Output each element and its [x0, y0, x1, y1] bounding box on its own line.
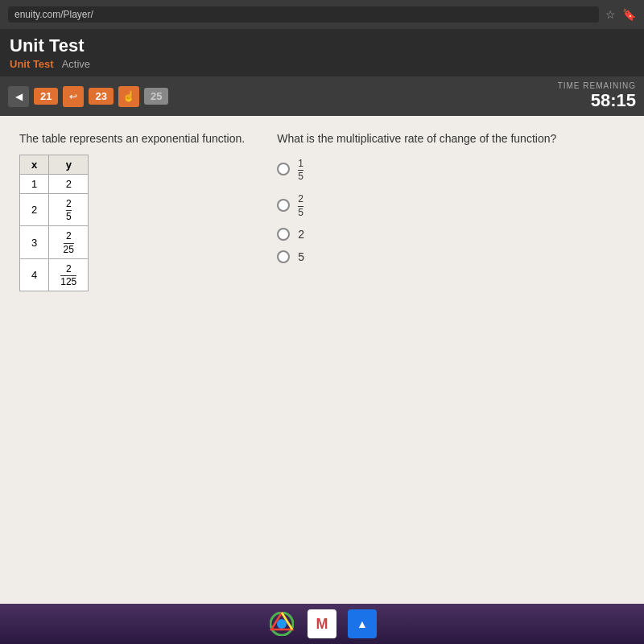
choice-d-label: 5 — [298, 250, 304, 263]
star-icon[interactable]: ☆ — [605, 8, 616, 21]
question-right: What is the multiplicative rate of chang… — [277, 132, 625, 291]
chrome-taskbar-icon[interactable] — [267, 609, 296, 638]
radio-d[interactable] — [277, 250, 290, 263]
cursor-icon: ☝ — [122, 90, 135, 102]
col-header-x: x — [20, 155, 49, 175]
drive-taskbar-icon[interactable]: ▲ — [348, 609, 377, 638]
browser-bar: enuity.com/Player/ ☆ 🔖 — [0, 0, 644, 29]
cell-x4: 4 — [20, 258, 49, 291]
app-container: Unit Test Unit Test Active ◀ 21 ↩ 23 ☝ 2… — [0, 29, 644, 644]
table-row: 2 2 5 — [20, 194, 89, 226]
prev-button[interactable]: ◀ — [8, 86, 29, 107]
extension-icon[interactable]: 🔖 — [622, 8, 636, 21]
data-table: x y 1 2 2 2 — [19, 155, 89, 291]
gmail-taskbar-icon[interactable]: M — [308, 609, 336, 638]
cursor-button[interactable]: ☝ — [118, 86, 139, 107]
radio-b[interactable] — [277, 199, 290, 212]
fraction-2-125: 2 125 — [60, 264, 76, 287]
status-badge: Active — [62, 58, 90, 70]
question-row: The table represents an exponential func… — [19, 132, 625, 291]
time-remaining: TIME REMAINING 58:15 — [558, 81, 636, 111]
fraction-2-25: 2 25 — [64, 231, 74, 254]
back-button[interactable]: ↩ — [63, 86, 84, 107]
radio-a[interactable] — [277, 163, 290, 175]
cell-y3: 2 25 — [49, 226, 89, 258]
question-left: The table represents an exponential func… — [19, 132, 245, 291]
breadcrumb-link[interactable]: Unit Test — [10, 58, 54, 70]
cell-x3: 3 — [20, 226, 49, 258]
table-row: 3 2 25 — [20, 226, 89, 258]
cell-y1: 2 — [49, 175, 89, 194]
taskbar: M ▲ — [0, 604, 644, 644]
time-value: 58:15 — [558, 90, 636, 111]
toolbar: ◀ 21 ↩ 23 ☝ 25 TIME REMAINING 58:15 — [0, 76, 644, 116]
radio-c[interactable] — [277, 228, 290, 241]
app-header: Unit Test Unit Test Active — [0, 29, 644, 76]
fraction-2-5-choice: 2 5 — [298, 194, 303, 217]
col-header-y: y — [49, 155, 89, 175]
cell-x2: 2 — [20, 194, 49, 226]
choice-d[interactable]: 5 — [277, 250, 625, 263]
cell-x1: 1 — [20, 175, 49, 194]
choice-b[interactable]: 2 5 — [277, 192, 625, 217]
answer-question-text: What is the multiplicative rate of chang… — [277, 132, 625, 145]
table-row: 1 2 — [20, 175, 89, 194]
choice-c-label: 2 — [298, 228, 304, 241]
url-bar[interactable]: enuity.com/Player/ — [8, 6, 599, 23]
page-title: Unit Test — [10, 35, 634, 56]
breadcrumb: Unit Test Active — [10, 58, 634, 70]
time-label: TIME REMAINING — [558, 81, 636, 90]
choice-c[interactable]: 2 — [277, 228, 625, 241]
main-content: The table represents an exponential func… — [0, 116, 644, 644]
question-25-badge[interactable]: 25 — [144, 88, 168, 105]
choice-a[interactable]: 1 5 — [277, 156, 625, 182]
choice-b-label: 2 5 — [298, 192, 303, 217]
question-left-text: The table represents an exponential func… — [19, 132, 245, 145]
answer-choices: 1 5 2 5 — [277, 156, 625, 263]
svg-point-2 — [278, 620, 286, 628]
question-21-badge[interactable]: 21 — [34, 88, 58, 105]
choice-a-label: 1 5 — [298, 156, 303, 182]
cell-y4: 2 125 — [49, 258, 89, 291]
table-row: 4 2 125 — [20, 258, 89, 291]
fraction-1-5: 1 5 — [298, 159, 303, 182]
cell-y2: 2 5 — [49, 194, 89, 226]
fraction-2-5: 2 5 — [66, 199, 72, 222]
question-23-badge[interactable]: 23 — [89, 88, 113, 105]
